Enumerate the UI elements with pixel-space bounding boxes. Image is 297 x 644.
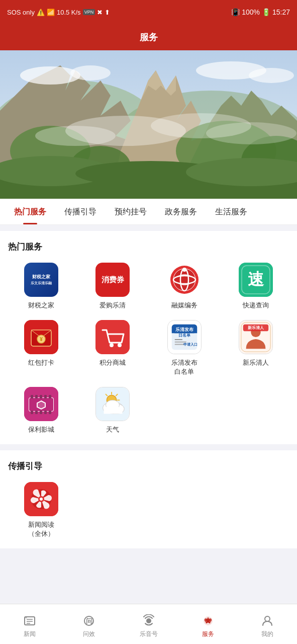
signal-icon: ⚠️ [37, 9, 45, 16]
svg-point-20 [70, 65, 111, 80]
hero-banner [0, 50, 297, 199]
svg-rect-67 [40, 411, 42, 414]
kuaidi-label: 快递查询 [243, 301, 269, 310]
nav-tabs: 热门服务 传播引导 预约挂号 政务服务 生活服务 [0, 199, 297, 225]
page-title: 服务 [140, 31, 158, 43]
speed-text: 10.5 K/s [57, 9, 81, 16]
svg-point-85 [40, 498, 43, 501]
time-text: 15:27 [272, 8, 290, 16]
xinleqing-icon: 新乐清人 [239, 320, 273, 354]
list-item[interactable]: 融媒编务 [151, 263, 218, 310]
svg-text:新乐清人: 新乐清人 [248, 326, 264, 331]
content-area: 热门服务 财税之家 乐文乐清乐融 财税之家 消费券 [0, 225, 297, 560]
svg-text:乐清发布: 乐清发布 [175, 328, 193, 333]
svg-rect-37 [95, 320, 130, 354]
list-item[interactable]: ¥ 红包打卡 [8, 320, 74, 376]
list-item[interactable]: 速 快递查询 [223, 263, 289, 310]
svg-rect-63 [44, 395, 47, 398]
svg-text:¥: ¥ [40, 337, 43, 342]
list-item[interactable]: 消费券 爱购乐清 [79, 263, 146, 310]
news-icon: N [23, 614, 37, 628]
xiaofei-icon: 消费券 [95, 263, 130, 297]
fuwu-label: 服务 [202, 630, 214, 638]
xiaofei-label: 爱购乐清 [100, 301, 126, 310]
rongmei-label: 融媒编务 [171, 301, 197, 310]
bottom-nav-leyinhao[interactable]: 乐音号 [119, 610, 178, 638]
svg-rect-64 [49, 395, 51, 398]
broadcast-grid: 新闻阅读（全休） [8, 482, 289, 538]
svg-rect-62 [40, 395, 42, 398]
tab-hot-services[interactable]: 热门服务 [5, 199, 55, 224]
tab-broadcast[interactable]: 传播引导 [55, 199, 106, 224]
svg-text:N: N [25, 616, 27, 619]
hongbao-label: 红包打卡 [28, 358, 54, 367]
tianqi-icon [95, 387, 130, 421]
svg-rect-66 [35, 411, 38, 414]
list-item[interactable]: 新乐清人 新乐清人 [223, 320, 289, 376]
person-icon [260, 614, 274, 628]
mine-label: 我的 [261, 630, 273, 638]
mingdan-label: 乐清发布白名单 [171, 358, 197, 376]
bottom-nav-news[interactable]: N 新闻 [0, 610, 59, 638]
mountain-svg [0, 50, 297, 199]
list-item[interactable]: 财税之家 乐文乐清乐融 财税之家 [8, 263, 74, 310]
svg-rect-81 [104, 407, 123, 414]
leyinhao-label: 乐音号 [140, 630, 158, 638]
svg-text:日名单: 日名单 [178, 333, 191, 338]
hot-services-grid: 财税之家 乐文乐清乐融 财税之家 消费券 爱购乐清 [8, 263, 289, 434]
news-label: 新闻 [24, 630, 36, 638]
svg-point-24 [173, 269, 195, 291]
sos-text: SOS only [7, 9, 35, 16]
status-right: 📳 100% 🔋 15:27 [231, 8, 290, 16]
broadcast-section: 传播引导 [0, 450, 297, 548]
svg-rect-46 [174, 339, 182, 340]
list-item[interactable]: 乐清发布 日名单 申请入口 乐清发布白名单 [151, 320, 218, 376]
list-item[interactable]: 积分商城 [79, 320, 146, 376]
svg-text:申请入口: 申请入口 [183, 343, 197, 347]
status-bar: SOS only ⚠️ 📶 10.5 K/s VPN ✖ ⬆ 📳 100% 🔋 … [0, 0, 297, 24]
app-header: 服务 [0, 24, 297, 50]
kuaidi-icon: 速 [239, 263, 273, 297]
jifen-icon [95, 320, 130, 354]
bottom-nav: N 新闻 问 问效 乐音号 [0, 604, 297, 644]
battery-icon: 🔋 [262, 8, 270, 16]
service-icon [201, 614, 215, 628]
svg-point-27 [182, 268, 186, 272]
tianqi-label: 天气 [106, 425, 119, 434]
bottom-nav-fuwu[interactable]: 服务 [178, 610, 238, 638]
radio-icon [142, 614, 156, 628]
status-left: SOS only ⚠️ 📶 10.5 K/s VPN ✖ ⬆ [7, 9, 110, 16]
svg-rect-60 [31, 395, 33, 398]
broadcast-title: 传播引导 [8, 460, 289, 472]
jifen-label: 积分商城 [100, 358, 126, 367]
hot-services-title: 热门服务 [8, 241, 289, 253]
vpn-icon: VPN [83, 9, 95, 15]
svg-rect-61 [35, 395, 38, 398]
caishui-icon: 财税之家 乐文乐清乐融 [24, 263, 58, 297]
bottom-nav-mine[interactable]: 我的 [238, 610, 297, 638]
list-item[interactable]: 保利影城 [8, 387, 74, 434]
wenjiao-label: 问效 [83, 630, 95, 638]
svg-point-39 [118, 343, 122, 347]
bottom-nav-wenjiao[interactable]: 问 问效 [59, 610, 119, 638]
svg-point-93 [146, 618, 151, 623]
svg-point-38 [110, 343, 114, 347]
svg-rect-47 [174, 342, 186, 343]
svg-rect-68 [44, 411, 47, 414]
tab-appointment[interactable]: 预约挂号 [106, 199, 156, 224]
svg-rect-69 [49, 411, 51, 414]
rongmei-icon [167, 263, 202, 297]
list-item[interactable]: 新闻阅读（全休） [8, 482, 74, 538]
question-icon: 问 [82, 614, 96, 628]
tab-government[interactable]: 政务服务 [156, 199, 206, 224]
tab-life-service[interactable]: 生活服务 [206, 199, 256, 224]
svg-point-95 [265, 616, 270, 621]
caishui-label: 财税之家 [28, 301, 54, 310]
xinwen-label: 新闻阅读（全休） [28, 520, 54, 538]
mingdan-icon: 乐清发布 日名单 申请入口 [167, 320, 202, 354]
list-item[interactable]: 天气 [79, 387, 146, 434]
svg-point-22 [249, 68, 294, 83]
svg-point-17 [35, 126, 116, 146]
hongbao-icon: ¥ [24, 320, 58, 354]
xinwen-icon [24, 482, 58, 516]
